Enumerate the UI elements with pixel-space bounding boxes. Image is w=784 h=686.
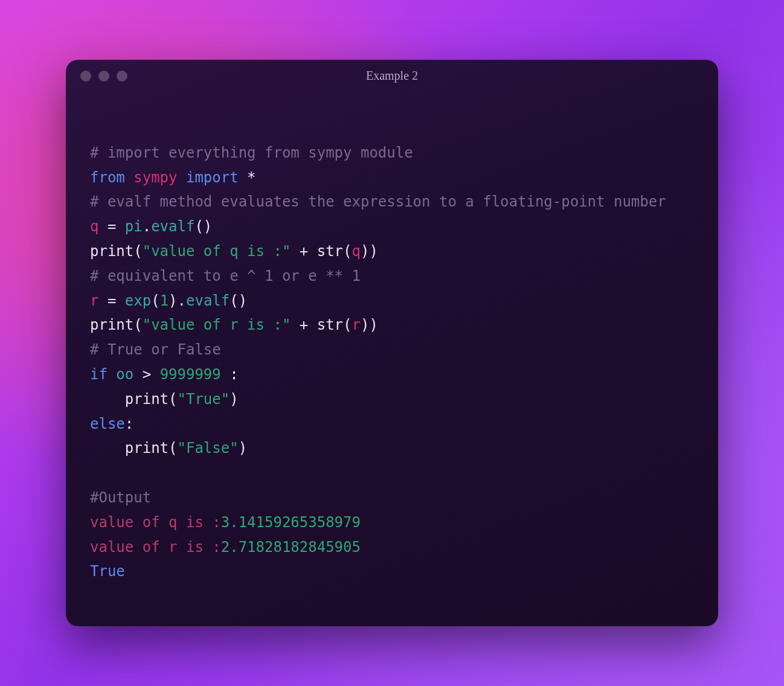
code-token: q: [352, 243, 361, 260]
code-token: "value of q is :": [143, 243, 291, 260]
code-token: =: [98, 218, 124, 235]
code-token: "False": [178, 440, 239, 457]
code-token: (): [194, 218, 212, 235]
code-token: # True or False: [90, 341, 221, 358]
code-token: (): [230, 292, 247, 309]
code-token: exp: [125, 292, 151, 309]
code-token: [125, 169, 133, 186]
code-token: )): [361, 316, 378, 333]
code-token: .: [143, 218, 151, 235]
code-token: +: [291, 243, 316, 260]
code-token: ).: [169, 292, 186, 309]
code-token: from: [90, 169, 125, 186]
code-token: print(: [90, 316, 143, 333]
code-token: [108, 366, 116, 383]
code-token: *: [239, 169, 256, 186]
code-token: r: [352, 316, 361, 333]
code-token: :: [125, 415, 133, 432]
code-token: import: [186, 169, 239, 186]
code-token: # equivalent to e ^ 1 or e ** 1: [90, 268, 361, 284]
code-token: )): [361, 243, 378, 260]
code-token: else: [90, 415, 125, 432]
code-token: # evalf method evaluates the expression …: [90, 193, 666, 210]
code-token: print(: [90, 440, 178, 457]
code-block: # import everything from sympy module fr…: [90, 141, 694, 584]
code-token: >: [133, 366, 159, 383]
code-token: value of q is :: [90, 514, 221, 531]
code-token: 3.14159265358979: [221, 514, 361, 531]
code-token: ): [230, 391, 238, 408]
maximize-icon[interactable]: [117, 71, 127, 82]
code-token: #Output: [90, 489, 151, 506]
code-token: 1: [160, 292, 169, 309]
close-icon[interactable]: [80, 71, 91, 82]
code-token: =: [98, 292, 124, 309]
code-token: str(: [317, 316, 352, 333]
code-token: True: [90, 563, 125, 580]
code-token: if: [90, 366, 108, 383]
code-token: "value of r is :": [143, 316, 291, 333]
traffic-lights: [80, 71, 127, 82]
code-token: str(: [317, 243, 352, 260]
code-token: 2.71828182845905: [221, 539, 361, 556]
code-token: print(: [90, 243, 143, 260]
code-area: # import everything from sympy module fr…: [66, 86, 718, 626]
code-token: 9999999: [160, 366, 221, 383]
code-token: sympy: [133, 169, 177, 186]
titlebar: Example 2: [66, 60, 718, 86]
code-token: q: [90, 218, 98, 235]
code-token: +: [291, 316, 316, 333]
code-window: Example 2 # import everything from sympy…: [66, 60, 718, 626]
code-token: ): [239, 440, 247, 457]
code-token: r: [90, 292, 98, 309]
code-token: [178, 169, 186, 186]
code-token: # import everything from sympy module: [90, 144, 413, 161]
window-title: Example 2: [66, 69, 718, 83]
code-token: print(: [90, 391, 178, 408]
code-token: evalf: [186, 292, 230, 309]
code-token: evalf: [151, 218, 194, 235]
code-token: "True": [178, 391, 230, 408]
code-token: value of r is :: [90, 539, 221, 556]
code-token: (: [151, 292, 159, 309]
code-token: pi: [125, 218, 143, 235]
code-token: :: [221, 366, 239, 383]
code-token: oo: [116, 366, 133, 383]
minimize-icon[interactable]: [98, 71, 109, 82]
